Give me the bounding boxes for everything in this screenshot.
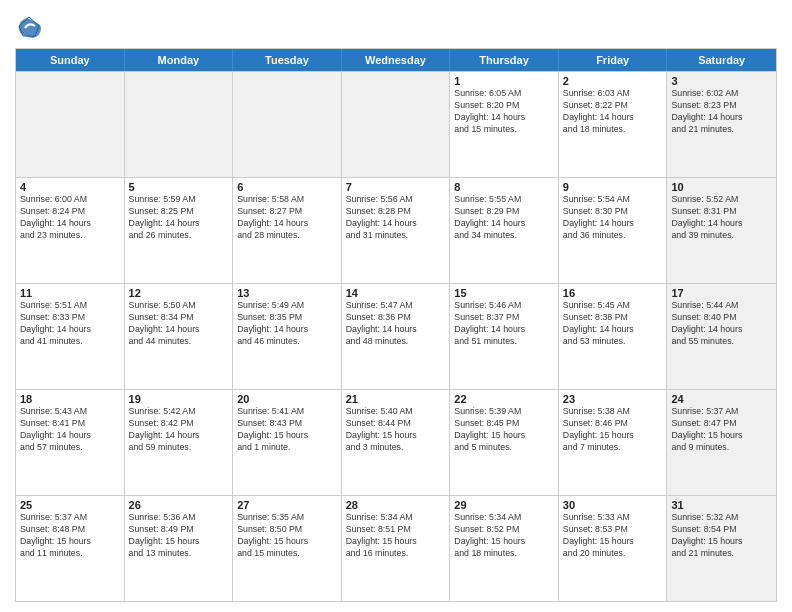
calendar-row-2: 4Sunrise: 6:00 AM Sunset: 8:24 PM Daylig… (16, 177, 776, 283)
day-number: 6 (237, 181, 337, 193)
day-info: Sunrise: 5:55 AM Sunset: 8:29 PM Dayligh… (454, 194, 554, 242)
day-info: Sunrise: 6:03 AM Sunset: 8:22 PM Dayligh… (563, 88, 663, 136)
weekday-header-wednesday: Wednesday (342, 49, 451, 71)
day-info: Sunrise: 6:00 AM Sunset: 8:24 PM Dayligh… (20, 194, 120, 242)
day-info: Sunrise: 5:43 AM Sunset: 8:41 PM Dayligh… (20, 406, 120, 454)
day-info: Sunrise: 5:36 AM Sunset: 8:49 PM Dayligh… (129, 512, 229, 560)
day-info: Sunrise: 5:40 AM Sunset: 8:44 PM Dayligh… (346, 406, 446, 454)
day-number: 10 (671, 181, 772, 193)
day-number: 19 (129, 393, 229, 405)
weekday-header-tuesday: Tuesday (233, 49, 342, 71)
calendar-day-21: 21Sunrise: 5:40 AM Sunset: 8:44 PM Dayli… (342, 390, 451, 495)
calendar-day-6: 6Sunrise: 5:58 AM Sunset: 8:27 PM Daylig… (233, 178, 342, 283)
day-info: Sunrise: 5:39 AM Sunset: 8:45 PM Dayligh… (454, 406, 554, 454)
calendar-day-17: 17Sunrise: 5:44 AM Sunset: 8:40 PM Dayli… (667, 284, 776, 389)
day-number: 11 (20, 287, 120, 299)
day-info: Sunrise: 5:37 AM Sunset: 8:47 PM Dayligh… (671, 406, 772, 454)
day-number: 15 (454, 287, 554, 299)
calendar-body: 1Sunrise: 6:05 AM Sunset: 8:20 PM Daylig… (16, 71, 776, 601)
calendar-day-27: 27Sunrise: 5:35 AM Sunset: 8:50 PM Dayli… (233, 496, 342, 601)
day-info: Sunrise: 5:47 AM Sunset: 8:36 PM Dayligh… (346, 300, 446, 348)
day-number: 27 (237, 499, 337, 511)
calendar: SundayMondayTuesdayWednesdayThursdayFrid… (15, 48, 777, 602)
day-info: Sunrise: 5:42 AM Sunset: 8:42 PM Dayligh… (129, 406, 229, 454)
day-number: 14 (346, 287, 446, 299)
day-number: 25 (20, 499, 120, 511)
day-number: 13 (237, 287, 337, 299)
day-info: Sunrise: 5:58 AM Sunset: 8:27 PM Dayligh… (237, 194, 337, 242)
day-number: 2 (563, 75, 663, 87)
calendar-day-25: 25Sunrise: 5:37 AM Sunset: 8:48 PM Dayli… (16, 496, 125, 601)
day-number: 8 (454, 181, 554, 193)
page: SundayMondayTuesdayWednesdayThursdayFrid… (0, 0, 792, 612)
logo-icon (15, 14, 43, 42)
day-info: Sunrise: 6:05 AM Sunset: 8:20 PM Dayligh… (454, 88, 554, 136)
calendar-day-18: 18Sunrise: 5:43 AM Sunset: 8:41 PM Dayli… (16, 390, 125, 495)
day-info: Sunrise: 5:34 AM Sunset: 8:52 PM Dayligh… (454, 512, 554, 560)
day-number: 21 (346, 393, 446, 405)
calendar-day-14: 14Sunrise: 5:47 AM Sunset: 8:36 PM Dayli… (342, 284, 451, 389)
calendar-day-20: 20Sunrise: 5:41 AM Sunset: 8:43 PM Dayli… (233, 390, 342, 495)
day-number: 4 (20, 181, 120, 193)
day-number: 3 (671, 75, 772, 87)
day-info: Sunrise: 5:46 AM Sunset: 8:37 PM Dayligh… (454, 300, 554, 348)
day-info: Sunrise: 5:44 AM Sunset: 8:40 PM Dayligh… (671, 300, 772, 348)
calendar-day-2: 2Sunrise: 6:03 AM Sunset: 8:22 PM Daylig… (559, 72, 668, 177)
day-number: 5 (129, 181, 229, 193)
calendar-day-28: 28Sunrise: 5:34 AM Sunset: 8:51 PM Dayli… (342, 496, 451, 601)
calendar-day-30: 30Sunrise: 5:33 AM Sunset: 8:53 PM Dayli… (559, 496, 668, 601)
day-info: Sunrise: 5:51 AM Sunset: 8:33 PM Dayligh… (20, 300, 120, 348)
day-number: 18 (20, 393, 120, 405)
calendar-cell-empty-0-3 (342, 72, 451, 177)
weekday-header-thursday: Thursday (450, 49, 559, 71)
calendar-day-19: 19Sunrise: 5:42 AM Sunset: 8:42 PM Dayli… (125, 390, 234, 495)
day-number: 29 (454, 499, 554, 511)
calendar-cell-empty-0-0 (16, 72, 125, 177)
calendar-day-5: 5Sunrise: 5:59 AM Sunset: 8:25 PM Daylig… (125, 178, 234, 283)
weekday-header-friday: Friday (559, 49, 668, 71)
day-number: 24 (671, 393, 772, 405)
calendar-header: SundayMondayTuesdayWednesdayThursdayFrid… (16, 49, 776, 71)
day-number: 31 (671, 499, 772, 511)
calendar-day-4: 4Sunrise: 6:00 AM Sunset: 8:24 PM Daylig… (16, 178, 125, 283)
day-number: 17 (671, 287, 772, 299)
calendar-day-12: 12Sunrise: 5:50 AM Sunset: 8:34 PM Dayli… (125, 284, 234, 389)
calendar-day-8: 8Sunrise: 5:55 AM Sunset: 8:29 PM Daylig… (450, 178, 559, 283)
calendar-day-23: 23Sunrise: 5:38 AM Sunset: 8:46 PM Dayli… (559, 390, 668, 495)
calendar-day-24: 24Sunrise: 5:37 AM Sunset: 8:47 PM Dayli… (667, 390, 776, 495)
day-info: Sunrise: 5:56 AM Sunset: 8:28 PM Dayligh… (346, 194, 446, 242)
day-number: 20 (237, 393, 337, 405)
day-info: Sunrise: 5:59 AM Sunset: 8:25 PM Dayligh… (129, 194, 229, 242)
day-number: 22 (454, 393, 554, 405)
day-number: 12 (129, 287, 229, 299)
calendar-day-1: 1Sunrise: 6:05 AM Sunset: 8:20 PM Daylig… (450, 72, 559, 177)
calendar-day-10: 10Sunrise: 5:52 AM Sunset: 8:31 PM Dayli… (667, 178, 776, 283)
day-info: Sunrise: 5:37 AM Sunset: 8:48 PM Dayligh… (20, 512, 120, 560)
day-number: 26 (129, 499, 229, 511)
weekday-header-saturday: Saturday (667, 49, 776, 71)
day-info: Sunrise: 6:02 AM Sunset: 8:23 PM Dayligh… (671, 88, 772, 136)
day-info: Sunrise: 5:32 AM Sunset: 8:54 PM Dayligh… (671, 512, 772, 560)
day-info: Sunrise: 5:41 AM Sunset: 8:43 PM Dayligh… (237, 406, 337, 454)
day-info: Sunrise: 5:52 AM Sunset: 8:31 PM Dayligh… (671, 194, 772, 242)
day-info: Sunrise: 5:35 AM Sunset: 8:50 PM Dayligh… (237, 512, 337, 560)
calendar-row-3: 11Sunrise: 5:51 AM Sunset: 8:33 PM Dayli… (16, 283, 776, 389)
day-info: Sunrise: 5:54 AM Sunset: 8:30 PM Dayligh… (563, 194, 663, 242)
calendar-day-3: 3Sunrise: 6:02 AM Sunset: 8:23 PM Daylig… (667, 72, 776, 177)
day-number: 9 (563, 181, 663, 193)
day-info: Sunrise: 5:50 AM Sunset: 8:34 PM Dayligh… (129, 300, 229, 348)
day-number: 1 (454, 75, 554, 87)
calendar-row-1: 1Sunrise: 6:05 AM Sunset: 8:20 PM Daylig… (16, 71, 776, 177)
day-info: Sunrise: 5:38 AM Sunset: 8:46 PM Dayligh… (563, 406, 663, 454)
day-info: Sunrise: 5:45 AM Sunset: 8:38 PM Dayligh… (563, 300, 663, 348)
logo (15, 14, 47, 42)
day-number: 16 (563, 287, 663, 299)
calendar-day-7: 7Sunrise: 5:56 AM Sunset: 8:28 PM Daylig… (342, 178, 451, 283)
calendar-row-5: 25Sunrise: 5:37 AM Sunset: 8:48 PM Dayli… (16, 495, 776, 601)
day-info: Sunrise: 5:49 AM Sunset: 8:35 PM Dayligh… (237, 300, 337, 348)
day-info: Sunrise: 5:34 AM Sunset: 8:51 PM Dayligh… (346, 512, 446, 560)
day-info: Sunrise: 5:33 AM Sunset: 8:53 PM Dayligh… (563, 512, 663, 560)
calendar-cell-empty-0-2 (233, 72, 342, 177)
calendar-day-31: 31Sunrise: 5:32 AM Sunset: 8:54 PM Dayli… (667, 496, 776, 601)
weekday-header-sunday: Sunday (16, 49, 125, 71)
